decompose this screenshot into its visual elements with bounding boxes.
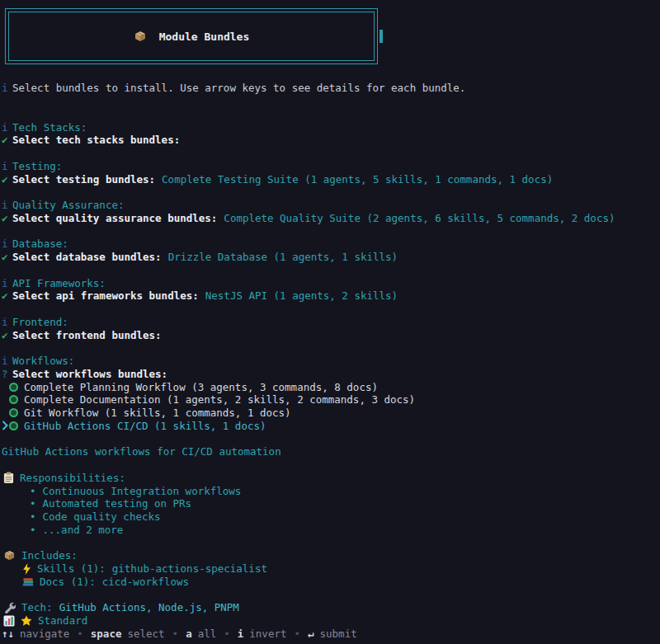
question-text: Select testing bundles:	[12, 173, 155, 186]
includes-header: Includes:	[0, 549, 660, 562]
bullet-icon: •	[30, 510, 36, 523]
section-database-header: i Database:	[0, 237, 660, 251]
question-text: Select workflows bundles:	[12, 368, 167, 380]
section-label: Database:	[12, 237, 68, 250]
question-text: Select quality assurance bundles:	[12, 212, 217, 224]
check-icon: ✔	[2, 289, 12, 302]
section-label: Testing:	[12, 160, 62, 172]
section-api-frameworks-header: i API Frameworks:	[0, 276, 660, 289]
section-tech-stacks-header: i Tech Stacks:	[0, 120, 660, 134]
question-mark-icon: ?	[2, 368, 12, 380]
info-icon: i	[2, 199, 12, 211]
question-text: Select database bundles:	[12, 251, 162, 263]
books-icon	[22, 576, 34, 587]
tech-label: Tech:	[21, 601, 53, 613]
question-text: Select tech stacks bundles:	[12, 134, 180, 146]
key-i: i	[238, 628, 244, 640]
hint-bar: ↑↓navigate•spaceselect•aall•iinvert•↵sub…	[0, 628, 660, 641]
workflow-option-github-actions[interactable]: GitHub Actions CI/CD (1 skills, 1 docs)	[0, 420, 660, 433]
section-label: Workflows:	[12, 355, 74, 367]
separator-dot: •	[77, 628, 83, 640]
section-label: Tech Stacks:	[12, 121, 87, 134]
lightning-icon	[22, 563, 31, 575]
star-icon	[21, 615, 32, 626]
info-icon: i	[2, 316, 12, 328]
responsibility-item: •Code quality checks	[0, 510, 660, 524]
separator-dot: •	[224, 628, 230, 640]
radio-selected-icon[interactable]	[9, 408, 18, 417]
section-workflows-header: i Workflows:	[0, 355, 660, 368]
enter-icon: ↵	[308, 628, 314, 640]
tech-line: Tech: GitHub Actions, Node.js, PNPM	[0, 601, 660, 614]
pointer-icon	[2, 421, 9, 430]
clipboard-icon	[3, 472, 14, 484]
responsibility-item: •Automated testing on PRs	[0, 497, 660, 510]
question-text: Select api frameworks bundles:	[12, 289, 199, 302]
section-testing-header: i Testing:	[0, 160, 660, 173]
option-label: GitHub Actions CI/CD (1 skills, 1 docs)	[24, 420, 266, 432]
includes-skills: Skills (1): github-actions-specialist	[0, 562, 660, 576]
check-icon: ✔	[2, 134, 12, 146]
section-testing-question: ✔ Select testing bundles: Complete Testi…	[0, 172, 660, 186]
question-answer: Complete Quality Suite (2 agents, 6 skil…	[224, 212, 615, 224]
section-api-frameworks-question: ✔ Select api frameworks bundles: NestJS …	[0, 289, 660, 303]
option-label: Complete Planning Workflow (3 agents, 3 …	[24, 381, 378, 393]
info-icon: i	[2, 82, 12, 94]
page-title: Module Bundles	[159, 31, 250, 43]
tier-line: Standard	[0, 614, 660, 628]
info-icon: i	[2, 160, 12, 172]
section-quality-assurance-header: i Quality Assurance:	[0, 199, 660, 212]
responsibilities-header: Responsibilities:	[0, 472, 660, 485]
section-quality-assurance-question: ✔ Select quality assurance bundles: Comp…	[0, 212, 660, 225]
package-icon	[134, 30, 147, 43]
bullet-icon: •	[30, 524, 36, 536]
key-space: space	[91, 628, 122, 640]
check-icon: ✔	[2, 212, 12, 224]
workflow-option-git[interactable]: Git Workflow (1 skills, 1 commands, 1 do…	[0, 407, 660, 420]
key-a: a	[186, 628, 192, 640]
question-text: Select frontend bundles:	[12, 329, 162, 341]
info-icon: i	[2, 121, 12, 134]
workflow-option-documentation[interactable]: Complete Documentation (1 agents, 2 skil…	[0, 393, 660, 407]
package-icon	[3, 549, 16, 562]
option-label: Git Workflow (1 skills, 1 commands, 1 do…	[24, 407, 291, 419]
option-label: Complete Documentation (1 agents, 2 skil…	[24, 393, 415, 406]
info-icon: i	[2, 237, 12, 250]
tech-value: GitHub Actions, Node.js, PNPM	[59, 601, 239, 613]
section-label: Quality Assurance:	[12, 199, 124, 211]
includes-docs: Docs (1): cicd-workflows	[0, 576, 660, 589]
check-icon: ✔	[2, 173, 12, 186]
question-answer: NestJS API (1 agents, 2 skills)	[205, 289, 398, 302]
bullet-icon: •	[30, 497, 36, 510]
wrench-icon	[3, 601, 16, 613]
separator-dot: •	[294, 628, 300, 640]
section-label: Frontend:	[12, 316, 68, 328]
radio-selected-icon[interactable]	[9, 383, 18, 392]
terminal-window: Module Bundles i Select bundles to insta…	[0, 0, 660, 644]
tier-label: Standard	[38, 614, 87, 627]
info-icon: i	[2, 277, 12, 289]
bullet-icon: •	[30, 485, 36, 497]
radio-selected-icon[interactable]	[9, 395, 18, 404]
intro-line: i Select bundles to install. Use arrow k…	[0, 82, 660, 95]
section-workflows-question: ? Select workflows bundles:	[0, 368, 660, 381]
section-frontend-header: i Frontend:	[0, 316, 660, 329]
question-answer: Complete Testing Suite (1 agents, 5 skil…	[162, 173, 553, 186]
title-box: Module Bundles	[5, 8, 378, 64]
bundle-description: GitHub Actions workflows for CI/CD autom…	[0, 445, 660, 458]
cursor-indicator	[380, 30, 383, 43]
question-answer: Drizzle Database (1 agents, 1 skills)	[168, 251, 398, 263]
responsibility-item-more: •...and 2 more	[0, 524, 660, 537]
responsibilities-title: Responsibilities:	[20, 472, 125, 484]
section-tech-stacks-question: ✔ Select tech stacks bundles:	[0, 134, 660, 147]
section-label: API Frameworks:	[12, 277, 106, 289]
info-icon: i	[2, 355, 12, 367]
responsibility-item: •Continuous Integration workflows	[0, 484, 660, 497]
check-icon: ✔	[2, 329, 12, 341]
radio-selected-icon[interactable]	[9, 421, 18, 430]
check-icon: ✔	[2, 251, 12, 263]
workflow-option-planning[interactable]: Complete Planning Workflow (3 agents, 3 …	[0, 380, 660, 393]
includes-title: Includes:	[21, 549, 78, 562]
intro-text: Select bundles to install. Use arrow key…	[12, 82, 465, 94]
separator-dot: •	[172, 628, 179, 640]
